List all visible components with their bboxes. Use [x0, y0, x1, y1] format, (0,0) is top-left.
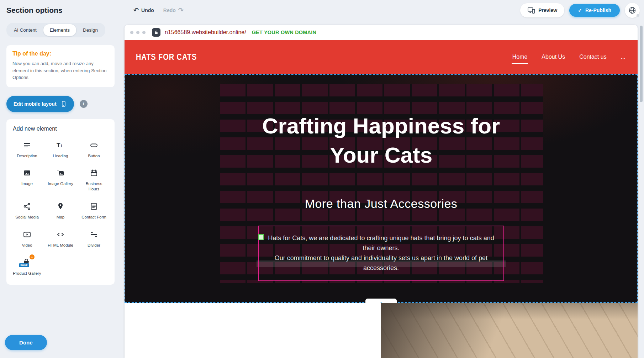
window-dot — [142, 31, 146, 34]
selected-paragraph-element[interactable]: Hats for Cats, we are dedicated to craft… — [258, 226, 504, 281]
element-grid: Description T t Heading — [13, 140, 108, 277]
page-title: Section options — [6, 6, 63, 15]
sidebar-divider — [6, 325, 111, 325]
element-button[interactable]: Button — [80, 140, 108, 159]
element-label: Business Hours — [80, 181, 108, 192]
info-icon[interactable]: i — [80, 100, 88, 108]
business-hours-icon — [89, 168, 99, 178]
element-label: Heading — [53, 153, 68, 159]
button-icon — [89, 140, 99, 151]
plus-badge: + — [30, 254, 35, 259]
tab-design[interactable]: Design — [76, 24, 104, 36]
sidebar: AI Content Elements Design Tip of the da… — [0, 21, 121, 358]
mobile-layout-row: Edit mobile layout i — [6, 96, 115, 112]
globe-icon — [628, 6, 637, 15]
pavement-photo — [381, 303, 638, 358]
get-domain-link[interactable]: GET YOUR OWN DOMAIN — [252, 30, 317, 35]
video-icon — [22, 229, 32, 240]
svg-text:T: T — [57, 142, 60, 149]
contact-form-icon — [89, 201, 99, 212]
html-module-icon — [56, 229, 65, 240]
redo-label: Redo — [163, 7, 176, 13]
tip-of-the-day-card: Tip of the day: Now you can add, move an… — [6, 45, 115, 87]
element-description[interactable]: Description — [13, 140, 41, 159]
redo-button[interactable]: Redo ↷ — [163, 7, 184, 14]
description-icon — [22, 140, 32, 151]
shop-badge: SHOP — [19, 263, 29, 267]
element-business-hours[interactable]: Business Hours — [80, 168, 108, 192]
edit-mobile-label: Edit mobile layout — [14, 101, 57, 107]
tip-title: Tip of the day: — [12, 51, 109, 57]
topbar-actions: Preview ✓ Re-Publish — [520, 0, 640, 21]
element-video[interactable]: Video — [13, 229, 41, 248]
resize-arrows-icon: ↕ — [379, 300, 383, 303]
element-label: Contact Form — [81, 215, 106, 220]
social-media-icon — [22, 201, 32, 212]
heading-icon: T t — [56, 140, 65, 151]
element-html-module[interactable]: HTML Module — [46, 229, 75, 248]
undo-icon: ↶ — [133, 7, 139, 14]
element-map[interactable]: Map — [46, 201, 75, 220]
image-icon — [22, 168, 32, 178]
element-divider[interactable]: Divider — [80, 229, 108, 248]
nav-home[interactable]: Home — [512, 52, 528, 62]
nav-more-ellipsis[interactable]: ... — [620, 52, 626, 62]
page-scrollbar — [639, 23, 643, 356]
check-icon: ✓ — [578, 7, 582, 13]
element-drag-handle[interactable] — [258, 234, 264, 240]
element-image[interactable]: Image — [13, 168, 41, 192]
phone-icon — [60, 100, 67, 107]
element-label: Image Gallery — [48, 181, 73, 186]
main-preview-area: n1566589.websitebuilder.online/ GET YOUR… — [125, 21, 638, 358]
edit-mobile-layout-button[interactable]: Edit mobile layout — [6, 96, 74, 112]
hero-subheading[interactable]: More than Just Accessories — [125, 197, 638, 211]
element-label: Description — [17, 153, 37, 159]
element-heading[interactable]: T t Heading — [46, 140, 75, 159]
undo-label: Undo — [141, 7, 154, 13]
svg-text:t: t — [61, 143, 62, 148]
element-label: Product Gallery — [13, 271, 41, 276]
history-controls: ↶ Undo Redo ↷ — [133, 0, 184, 21]
done-button[interactable]: Done — [5, 335, 47, 350]
hero-paragraph: Hats for Cats, we are dedicated to craft… — [262, 233, 501, 273]
add-element-title: Add new element — [13, 126, 108, 132]
hero-heading[interactable]: Crafting Happiness for Your Cats — [125, 111, 638, 170]
preview-button[interactable]: Preview — [520, 3, 564, 17]
topbar: Section options ↶ Undo Redo ↷ P — [0, 0, 644, 21]
next-section[interactable] — [125, 303, 638, 358]
tab-ai-content[interactable]: AI Content — [7, 24, 43, 36]
browser-frame: n1566589.websitebuilder.online/ GET YOUR… — [125, 25, 638, 358]
nav-contact-us[interactable]: Contact us — [579, 52, 607, 62]
ssl-lock-icon — [152, 28, 160, 37]
element-product-gallery[interactable]: SHOP + Product Gallery — [13, 257, 41, 276]
hero-section[interactable]: Crafting Happiness for Your Cats More th… — [125, 74, 638, 303]
element-label: HTML Module — [48, 243, 73, 248]
divider-icon — [89, 229, 99, 240]
product-gallery-icon: SHOP + — [21, 257, 33, 268]
element-label: Button — [88, 153, 100, 159]
image-gallery-icon — [56, 168, 65, 178]
site-logo[interactable]: HATS FOR CATS — [136, 52, 197, 62]
element-social-media[interactable]: Social Media — [13, 201, 41, 220]
element-label: Map — [57, 215, 64, 220]
nav-about-us[interactable]: About Us — [541, 52, 566, 62]
map-icon — [56, 201, 65, 212]
window-dot — [130, 31, 133, 34]
element-label: Image — [21, 181, 33, 186]
element-contact-form[interactable]: Contact Form — [80, 201, 108, 220]
site-viewport: HATS FOR CATS Home About Us Contact us .… — [125, 40, 638, 358]
element-label: Divider — [88, 243, 100, 248]
devices-icon — [527, 7, 535, 14]
undo-button[interactable]: ↶ Undo — [133, 7, 154, 14]
site-url: n1566589.websitebuilder.online/ — [165, 29, 246, 36]
language-globe-button[interactable] — [625, 3, 640, 18]
element-label: Video — [22, 243, 32, 248]
republish-button[interactable]: ✓ Re-Publish — [569, 4, 620, 17]
section-resize-handle[interactable]: ↕ — [365, 299, 397, 303]
site-nav: Home About Us Contact us ... — [512, 52, 626, 62]
preview-label: Preview — [538, 7, 557, 13]
element-image-gallery[interactable]: Image Gallery — [46, 168, 75, 192]
scrollbar-thumb[interactable] — [640, 26, 643, 102]
tab-elements[interactable]: Elements — [43, 24, 76, 36]
add-element-card: Add new element Description T t — [6, 119, 115, 285]
